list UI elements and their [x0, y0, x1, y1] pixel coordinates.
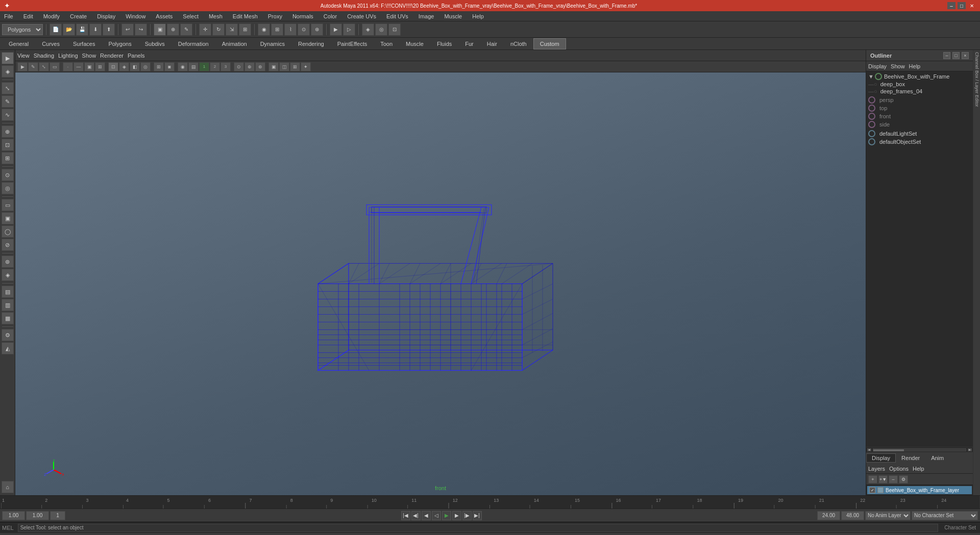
tab-subdivs[interactable]: Subdivs [138, 38, 172, 49]
save-scene-button[interactable]: 💾 [76, 23, 88, 36]
tab-painteffects[interactable]: PaintEffects [331, 38, 374, 49]
scale-tool-button[interactable]: ⇲ [226, 23, 238, 36]
vp-marquee-btn[interactable]: ▭ [50, 62, 60, 71]
tab-polygons[interactable]: Polygons [102, 38, 138, 49]
tab-custom[interactable]: Custom [533, 38, 566, 49]
menu-help[interactable]: Help [470, 12, 486, 20]
ik-button[interactable]: ⊡ [2, 139, 14, 151]
next-key-button[interactable]: |▶ [462, 511, 472, 520]
home-button[interactable]: ⌂ [2, 481, 14, 493]
renderer-menu[interactable]: Renderer [100, 53, 124, 59]
vp-cam-btn[interactable]: ◙ [164, 62, 175, 71]
outliner-root-item[interactable]: Beehive_Box_with_Frame [884, 73, 949, 80]
menu-mesh[interactable]: Mesh [207, 12, 225, 20]
new-scene-button[interactable]: 📄 [50, 23, 62, 36]
blend-button[interactable]: ◈ [2, 269, 14, 281]
poly-cyl-button[interactable]: ⊘ [2, 239, 14, 251]
curve-button[interactable]: ∿ [2, 109, 14, 121]
light-create-button[interactable]: ◎ [2, 182, 14, 194]
scroll-right-arrow[interactable]: ▸ [968, 448, 972, 451]
char-set-select[interactable]: No Character Set [912, 511, 978, 520]
render-button[interactable]: ▶ [330, 23, 342, 36]
lighting-menu[interactable]: Lighting [58, 53, 78, 59]
layer-button[interactable]: ▤ [2, 286, 14, 298]
tab-curves[interactable]: Curves [35, 38, 66, 49]
frame-range-start-input[interactable] [2, 511, 25, 520]
vp-layout3-btn[interactable]: ⊞ [290, 62, 300, 71]
tab-animation[interactable]: Animation [215, 38, 254, 49]
menu-modify[interactable]: Modify [41, 12, 62, 20]
menu-display[interactable]: Display [95, 12, 117, 20]
current-frame-input[interactable] [26, 511, 49, 520]
menu-create[interactable]: Create [68, 12, 89, 20]
vp-edge-btn[interactable]: — [74, 62, 84, 71]
redo-button[interactable]: ↪ [135, 23, 147, 36]
move-tool-button[interactable]: ✛ [199, 23, 211, 36]
layer-add-sel-btn[interactable]: +▼ [878, 475, 888, 483]
range-end-input[interactable] [841, 511, 864, 520]
snap-curve-button[interactable]: ⌇ [284, 23, 297, 36]
menu-muscle[interactable]: Muscle [442, 12, 464, 20]
tab-toon[interactable]: Toon [374, 38, 399, 49]
tab-fur[interactable]: Fur [458, 38, 480, 49]
tab-muscle[interactable]: Muscle [399, 38, 430, 49]
tab-fluids[interactable]: Fluids [430, 38, 458, 49]
vp-grid-btn[interactable]: ⊞ [154, 62, 164, 71]
menu-proxy[interactable]: Proxy [266, 12, 284, 20]
import-button[interactable]: ⬇ [89, 23, 102, 36]
rotate-tool-button[interactable]: ↻ [212, 23, 225, 36]
vp-smooth-btn[interactable]: ◈ [119, 62, 129, 71]
joint-button[interactable]: ⊕ [2, 125, 14, 138]
prev-key-button[interactable]: ◀| [411, 511, 421, 520]
poly-cube-button[interactable]: ▣ [2, 212, 14, 224]
select-arrow-button[interactable]: ▶ [2, 52, 14, 64]
help-menu-item[interactable]: Help [913, 466, 924, 472]
panels-menu[interactable]: Panels [128, 53, 145, 59]
universal-tool-button[interactable]: ⊞ [239, 23, 251, 36]
vp-display-btn[interactable]: ▤ [188, 62, 199, 71]
layer-props-btn[interactable]: ⚙ [899, 475, 908, 483]
poly-plane-button[interactable]: ▭ [2, 199, 14, 211]
scroll-thumb[interactable] [873, 449, 904, 451]
frame-number-input[interactable] [50, 511, 65, 520]
misc1-button[interactable]: ⚙ [2, 329, 14, 341]
outliner-display-menu[interactable]: Display [868, 63, 887, 69]
prev-frame-button[interactable]: ◀ [422, 511, 431, 520]
misc2-button[interactable]: ◭ [2, 342, 14, 354]
menu-image[interactable]: Image [416, 12, 436, 20]
layer-add-btn[interactable]: + [868, 475, 877, 483]
scroll-left-arrow[interactable]: ◂ [867, 448, 871, 451]
outliner-minimize-button[interactable]: – [943, 52, 950, 59]
paint-button[interactable]: ✎ [180, 23, 192, 36]
select-tool-button[interactable]: ▣ [154, 23, 166, 36]
vp-vert-btn[interactable]: · [63, 62, 73, 71]
frame-end-input[interactable] [817, 511, 840, 520]
vp-face-btn[interactable]: ▣ [84, 62, 94, 71]
scroll-track[interactable] [873, 448, 966, 451]
tab-surfaces[interactable]: Surfaces [66, 38, 102, 49]
vp-res1-btn[interactable]: 1 [199, 62, 209, 71]
timeline-ruler[interactable]: 1 2 3 4 5 6 7 8 9 10 11 [0, 496, 980, 508]
jump-end-button[interactable]: ▶| [473, 511, 482, 520]
xgen-button[interactable]: ⊛ [2, 256, 14, 268]
soft-select-button[interactable]: ◉ [258, 23, 270, 36]
vp-paint-btn[interactable]: ✎ [28, 62, 38, 71]
vp-snap3-btn[interactable]: ⊛ [255, 62, 265, 71]
cam-icon[interactable]: ⊡ [388, 23, 401, 36]
tab-ncloth[interactable]: nCloth [504, 38, 533, 49]
render-cam-button[interactable]: ⊙ [2, 169, 14, 181]
outliner-help-menu[interactable]: Help [909, 63, 921, 69]
layer-checkbox[interactable]: ✓ [869, 487, 875, 493]
close-button[interactable]: ✕ [968, 2, 976, 9]
show-menu[interactable]: Show [82, 53, 96, 59]
menu-file[interactable]: File [2, 12, 15, 20]
open-scene-button[interactable]: 📂 [63, 23, 75, 36]
menu-edituvs[interactable]: Edit UVs [384, 12, 410, 20]
list-item[interactable]: —○ deep_frames_04 [867, 88, 972, 95]
vp-isolate-btn[interactable]: ◉ [178, 62, 188, 71]
menu-color[interactable]: Color [322, 12, 339, 20]
bind-button[interactable]: ⊞ [2, 152, 14, 164]
vp-uvmap-btn[interactable]: ⊞ [95, 62, 105, 71]
menu-edit[interactable]: Edit [21, 12, 35, 20]
ipr-button[interactable]: ▷ [343, 23, 355, 36]
